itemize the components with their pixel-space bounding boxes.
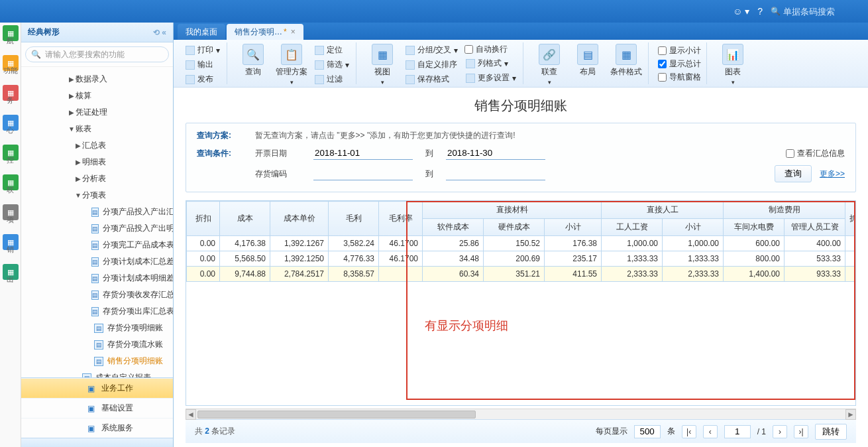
- help-icon[interactable]: ?: [757, 6, 763, 17]
- tree-item[interactable]: ▶▤分项计划成本汇总差: [21, 253, 173, 270]
- chart-button[interactable]: 📊图表▾: [716, 42, 749, 86]
- more-link[interactable]: 更多>>: [820, 168, 845, 180]
- per-page-unit: 条: [667, 426, 675, 437]
- tree-item[interactable]: ▶核算: [21, 88, 173, 104]
- rail-item[interactable]: ▦销: [3, 234, 19, 255]
- rail-item[interactable]: ▦心: [3, 115, 19, 135]
- gear-icon: [466, 74, 475, 83]
- export-button[interactable]: 输出: [184, 58, 221, 71]
- locate-button[interactable]: 定位: [313, 44, 351, 56]
- query-cond-label: 查询条件:: [197, 148, 243, 159]
- tree-item[interactable]: ▶▤存货分项收发存汇总: [21, 287, 173, 303]
- moresettings-button[interactable]: 更多设置 ▾: [464, 72, 517, 84]
- show-subtotal-check[interactable]: 显示小计: [658, 45, 701, 56]
- query-button[interactable]: 查询: [775, 165, 812, 182]
- tree-item[interactable]: ▶分析表: [21, 170, 173, 187]
- rail-item[interactable]: ▦控: [3, 145, 19, 165]
- tab-dirty-indicator: *: [284, 27, 287, 36]
- invoice-date-label: 开票日期: [255, 148, 301, 159]
- tree-item[interactable]: ▶▤存货分项明细账: [21, 320, 173, 336]
- barcode-search[interactable]: 🔍: [771, 7, 863, 17]
- close-icon[interactable]: ×: [291, 27, 296, 36]
- stock-from-input[interactable]: [313, 167, 413, 180]
- tree-item[interactable]: ▼分项表: [21, 187, 173, 204]
- manage-plan-button[interactable]: 📋管理方案▾: [275, 42, 308, 86]
- rail-item[interactable]: ▦联: [3, 174, 19, 195]
- tree-item[interactable]: ▶▤分项完工产品成本表: [21, 237, 173, 253]
- last-page-button[interactable]: ›|: [794, 425, 808, 438]
- query-box: 查询方案: 暂无查询方案，请点击 "更多>> "添加，有助于您更加方便快捷的进行…: [186, 123, 856, 192]
- rail-item[interactable]: ▦航: [3, 25, 19, 46]
- scroll-right-arrow[interactable]: ►: [845, 409, 856, 420]
- record-count: 共 2 条记录: [195, 426, 235, 437]
- groupcross-button[interactable]: 分组/交叉 ▾: [404, 44, 459, 56]
- tree-item[interactable]: ▶▤分项计划成本明细差: [21, 270, 173, 287]
- sidebar-search-input[interactable]: 🔍 请输入您要搜索的功能: [25, 46, 169, 62]
- sidebar-footer-item[interactable]: ▣基础设置: [21, 398, 173, 418]
- tree-item-label: 数据录入: [76, 74, 107, 85]
- tree-item[interactable]: ▶▤销售分项明细账: [21, 353, 173, 369]
- layout-button[interactable]: ▤布局: [571, 42, 604, 78]
- nav-tree: ▶数据录入▶核算▶凭证处理▼账表▶汇总表▶明细表▶分析表▼分项表▶▤分项产品投入…: [21, 67, 173, 377]
- smile-icon[interactable]: ☺ ▾: [733, 6, 749, 17]
- rail-item[interactable]: ▦功能: [3, 55, 19, 76]
- sidebar-footer-item[interactable]: ▣系统服务: [21, 418, 173, 438]
- stock-to-input[interactable]: [446, 167, 545, 180]
- view-summary-check[interactable]: 查看汇总信息: [786, 148, 845, 159]
- jump-button[interactable]: 跳转: [815, 424, 847, 440]
- doc-icon: ▤: [91, 208, 99, 217]
- first-page-button[interactable]: |‹: [682, 425, 696, 438]
- colformat-button[interactable]: 列格式 ▾: [464, 57, 517, 70]
- tab-desktop[interactable]: 我的桌面: [178, 24, 225, 40]
- view-button[interactable]: ▦视图▾: [366, 42, 399, 86]
- saveformat-button[interactable]: 保存格式: [404, 73, 459, 86]
- tree-item[interactable]: ▶▤分项产品投入产出明: [21, 220, 173, 237]
- rail-item[interactable]: ▦项: [3, 204, 19, 225]
- condformat-icon: ▦: [616, 44, 637, 65]
- tree-item[interactable]: ▶汇总表: [21, 137, 173, 154]
- tree-item[interactable]: ▶凭证处理: [21, 104, 173, 121]
- date-to-input[interactable]: [446, 147, 545, 160]
- show-total-check[interactable]: 显示总计: [658, 58, 701, 70]
- tree-item[interactable]: ▶▤分项产品投入产出汇: [21, 204, 173, 220]
- horizontal-scrollbar[interactable]: ◄ ►: [186, 409, 856, 419]
- prev-page-button[interactable]: ‹: [703, 425, 718, 438]
- rail-item[interactable]: ▦务: [3, 85, 19, 105]
- rail-item[interactable]: ▦出: [3, 264, 19, 285]
- nav-pane-check[interactable]: 导航窗格: [658, 72, 701, 83]
- tree-item[interactable]: ▶明细表: [21, 154, 173, 170]
- main: 我的桌面 销售分项明… * × 打印 ▾ 输出 发布 🔍查询 📋管理方案▾ 定位…: [174, 23, 868, 447]
- tree-item[interactable]: ▶数据录入: [21, 71, 173, 88]
- sidebar-footer-item[interactable]: ▣业务工作: [21, 378, 173, 398]
- module-icon: ▣: [87, 384, 95, 393]
- next-page-button[interactable]: ›: [773, 425, 787, 438]
- tree-item[interactable]: ▶▤存货分项出库汇总表: [21, 303, 173, 320]
- tree-item[interactable]: ▼账表: [21, 121, 173, 137]
- print-button[interactable]: 打印 ▾: [184, 44, 221, 56]
- page-input[interactable]: [724, 425, 751, 438]
- per-page-input[interactable]: [634, 425, 661, 438]
- condformat-button[interactable]: ▦条件格式: [610, 42, 643, 78]
- query-button[interactable]: 🔍查询: [237, 42, 270, 78]
- tree-item[interactable]: ▶▤存货分项流水账: [21, 336, 173, 353]
- publish-icon: [186, 75, 195, 84]
- scroll-thumb[interactable]: [197, 411, 476, 418]
- barcode-search-input[interactable]: [783, 7, 863, 17]
- sidebar-collapse-icon[interactable]: ⟲ «: [153, 28, 166, 37]
- publish-button[interactable]: 发布: [184, 73, 221, 86]
- date-from-input[interactable]: [313, 147, 413, 160]
- sidebar-title: 经典树形: [28, 27, 60, 38]
- filter-button[interactable]: 筛选 ▾: [313, 58, 351, 71]
- table-row[interactable]: 0.004,176.381,392.12673,582.2446.170025.…: [187, 236, 857, 251]
- customsort-button[interactable]: 自定义排序: [404, 58, 459, 71]
- doc-icon: ▤: [91, 224, 99, 233]
- content: 销售分项明细账 查询方案: 暂无查询方案，请点击 "更多>> "添加，有助于您更…: [174, 88, 868, 447]
- table-row[interactable]: 0.005,568.501,392.12504,776.3346.170034.…: [187, 251, 857, 267]
- link-query-button[interactable]: 🔗联查▾: [533, 42, 566, 86]
- table-row[interactable]: 0.009,744.882,784.25178,358.5760.34351.2…: [187, 267, 857, 282]
- autowrap-check[interactable]: 自动换行: [464, 44, 517, 55]
- scroll-left-arrow[interactable]: ◄: [186, 409, 196, 420]
- tab-sales-detail[interactable]: 销售分项明… * ×: [227, 24, 303, 40]
- sieve-button[interactable]: 过滤: [313, 73, 351, 86]
- tree-item[interactable]: ▶▤成本自定义报表: [21, 369, 173, 377]
